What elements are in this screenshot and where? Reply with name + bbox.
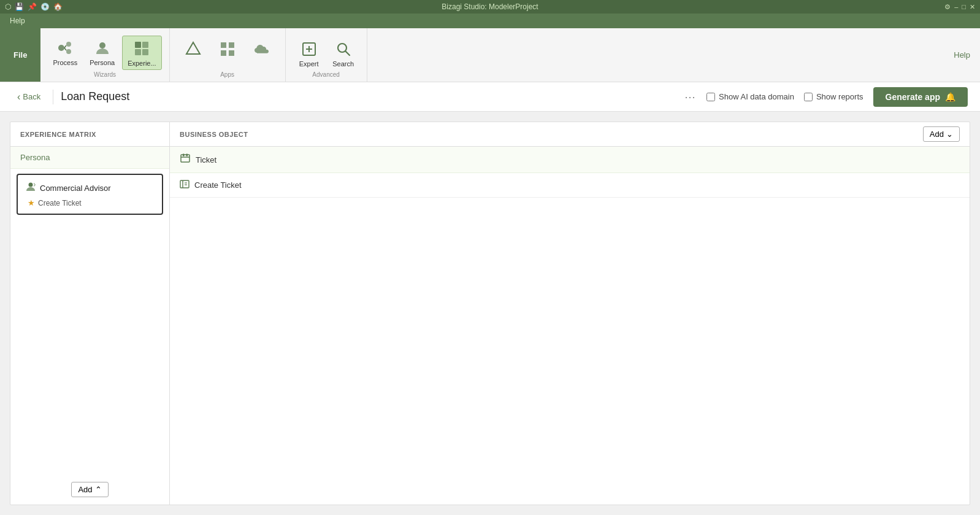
help-label[interactable]: Help: [954, 50, 970, 60]
ribbon-item-experience[interactable]: Experie...: [122, 36, 161, 70]
business-object-header: BUSINESS OBJECT: [170, 122, 896, 146]
bottom-add-button[interactable]: Add ⌃: [71, 482, 108, 497]
matrix-body: Persona Commercial Advisor: [10, 147, 970, 505]
ribbon-item-search[interactable]: Search: [327, 37, 359, 70]
persona-header-label: Persona: [20, 153, 50, 162]
ribbon-item-process[interactable]: Process: [48, 36, 82, 69]
svg-point-2: [66, 49, 71, 54]
ribbon: File Process: [0, 28, 980, 82]
ai-data-domain-input[interactable]: [706, 93, 715, 101]
svg-rect-12: [229, 42, 234, 48]
ribbon-item-shape[interactable]: [177, 37, 209, 61]
ribbon-item-grid[interactable]: [212, 37, 243, 61]
experience-matrix-header: EXPERIENCE MATRIX: [10, 122, 170, 146]
business-column: Ticket Create Ticket: [170, 147, 970, 505]
main-content: EXPERIENCE MATRIX BUSINESS OBJECT Add ⌄ …: [0, 112, 980, 515]
matrix-panel: EXPERIENCE MATRIX BUSINESS OBJECT Add ⌄ …: [10, 122, 970, 505]
toolbar-divider: [53, 90, 53, 104]
menu-bar: Help: [0, 14, 980, 28]
matrix-add-button[interactable]: Add ⌄: [923, 126, 960, 142]
advisor-persona-icon: [25, 181, 36, 195]
show-reports-label: Show reports: [816, 92, 863, 101]
show-ai-data-domain-checkbox[interactable]: Show AI data domain: [706, 92, 794, 101]
diskette-icon[interactable]: 💿: [40, 2, 50, 11]
process-icon: [55, 38, 75, 58]
page-title: Loan Request: [61, 90, 673, 103]
ribbon-section-apps: Apps: [170, 28, 286, 82]
svg-rect-8: [135, 49, 141, 55]
advanced-section-label: Advanced: [312, 71, 339, 79]
shape-icon: [183, 39, 203, 59]
business-object-label: BUSINESS OBJECT: [180, 131, 248, 138]
persona-card-subtitle: ★ Create Ticket: [25, 198, 155, 207]
back-button[interactable]: ‹ Back: [12, 89, 45, 105]
ribbon-section-wizards: Process Persona: [40, 28, 169, 82]
menu-item-help[interactable]: Help: [5, 15, 30, 26]
ribbon-item-cloud[interactable]: [246, 37, 278, 61]
title-bar: ⬡ 💾 📌 💿 🏠 Bizagi Studio: ModelerProject …: [0, 0, 980, 14]
create-ticket-row[interactable]: Create Ticket: [170, 173, 970, 198]
svg-point-20: [29, 183, 33, 187]
settings-icon[interactable]: ⚙: [944, 3, 951, 11]
persona-label: Persona: [90, 59, 115, 66]
save-icon[interactable]: 💾: [15, 2, 24, 11]
generate-app-label: Generate app: [886, 92, 940, 102]
ribbon-file-tab[interactable]: File: [0, 28, 40, 82]
ribbon-item-persona[interactable]: Persona: [85, 36, 120, 69]
star-icon: ★: [28, 198, 35, 207]
ribbon-item-expert[interactable]: Expert: [293, 37, 325, 70]
chevron-up-icon: ⌃: [95, 485, 102, 494]
ticket-row-header: Ticket: [170, 147, 970, 173]
bell-icon: 🔔: [945, 92, 955, 102]
process-label: Process: [53, 59, 77, 66]
back-label: Back: [23, 92, 40, 101]
svg-rect-13: [221, 50, 226, 56]
svg-line-4: [64, 48, 66, 50]
svg-rect-14: [229, 50, 234, 56]
title-bar-left-controls: ⬡ 💾 📌 💿 🏠: [5, 2, 63, 11]
more-options-button[interactable]: ⋯: [681, 89, 699, 105]
experience-icon: [132, 39, 151, 58]
help-area: Help: [367, 28, 980, 82]
svg-marker-10: [186, 42, 200, 54]
wizards-section-label: Wizards: [94, 71, 116, 79]
svg-point-5: [99, 42, 105, 48]
svg-line-3: [64, 45, 66, 48]
close-btn[interactable]: ✕: [970, 3, 975, 11]
ticket-icon: [180, 153, 191, 166]
expert-icon: [299, 39, 319, 59]
ticket-header-label: Ticket: [196, 155, 216, 165]
show-reports-input[interactable]: [804, 93, 813, 101]
toolbar-right: Show AI data domain Show reports Generat…: [706, 87, 968, 107]
svg-point-0: [58, 45, 64, 51]
pin-icon[interactable]: 📌: [28, 2, 37, 11]
cloud-icon: [252, 39, 272, 59]
svg-rect-7: [142, 42, 148, 48]
experience-matrix-label: EXPERIENCE MATRIX: [20, 131, 96, 138]
window-controls: ⚙ – □ ✕: [944, 3, 975, 11]
persona-card-commercial-advisor[interactable]: Commercial Advisor ★ Create Ticket: [17, 174, 163, 215]
home-icon[interactable]: 🏠: [53, 2, 63, 11]
search-label: Search: [332, 60, 354, 68]
generate-app-button[interactable]: Generate app 🔔: [873, 87, 968, 107]
persona-card-title: Commercial Advisor: [25, 181, 155, 195]
show-reports-checkbox[interactable]: Show reports: [804, 92, 863, 101]
minimize-btn[interactable]: –: [954, 3, 958, 10]
svg-point-1: [66, 42, 71, 47]
title-bar-text: Bizagi Studio: ModelerProject: [442, 2, 538, 11]
svg-rect-9: [142, 49, 148, 55]
experience-column: Persona Commercial Advisor: [10, 147, 170, 505]
back-arrow-icon: ‹: [17, 91, 20, 103]
matrix-header: EXPERIENCE MATRIX BUSINESS OBJECT Add ⌄: [10, 122, 970, 147]
toolbar-row: ‹ Back Loan Request ⋯ Show AI data domai…: [0, 82, 980, 112]
app-icon: ⬡: [5, 2, 11, 11]
svg-rect-25: [180, 180, 189, 188]
ribbon-section-advanced: Expert Search Advanced: [286, 28, 367, 82]
persona-task: Create Ticket: [38, 199, 82, 207]
svg-rect-23: [183, 154, 185, 157]
chevron-down-icon: ⌄: [946, 130, 953, 139]
maximize-btn[interactable]: □: [962, 3, 966, 10]
add-label: Add: [930, 130, 944, 139]
bottom-add-area: Add ⌃: [10, 474, 169, 505]
matrix-add-area: Add ⌄: [896, 122, 970, 146]
